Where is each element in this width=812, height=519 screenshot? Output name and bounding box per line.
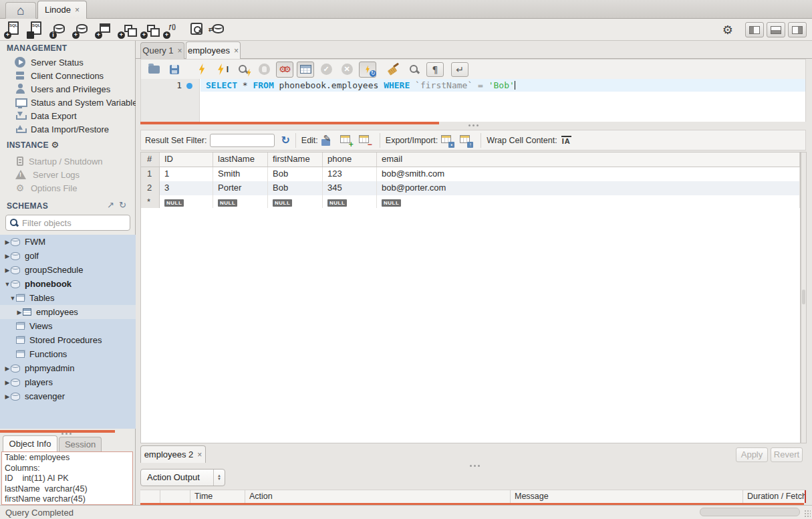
- sidebar-item-data-import[interactable]: Data Import/Restore: [0, 122, 136, 136]
- tree-item-table-employees[interactable]: ▶ employees: [0, 305, 136, 319]
- action-output-column[interactable]: Duration / Fetch: [743, 490, 806, 503]
- grid-cell[interactable]: NULL: [268, 195, 323, 208]
- grid-cell[interactable]: NULL: [160, 195, 213, 208]
- execute-query-button[interactable]: [193, 62, 211, 78]
- search-data-button[interactable]: [186, 21, 206, 38]
- connection-tab-linode[interactable]: Linode×: [37, 1, 87, 19]
- grid-cell[interactable]: 123: [323, 167, 377, 181]
- grid-cell[interactable]: Porter: [213, 181, 268, 195]
- edit-cell-button[interactable]: ✎: [320, 134, 335, 146]
- commit-button[interactable]: ✓: [317, 62, 335, 78]
- tree-item-schema[interactable]: ▶ FWM: [0, 235, 136, 249]
- grid-cell[interactable]: Bob: [268, 167, 323, 181]
- sidebar-splitter[interactable]: [0, 430, 115, 433]
- tree-item-schema[interactable]: ▶ phpmyadmin: [0, 361, 136, 375]
- grid-row[interactable]: 1 1 Smith Bob 123 bob@smith.com: [141, 167, 800, 181]
- db-inspector-button[interactable]: i: [49, 21, 70, 38]
- limit-rows-button[interactable]: [297, 62, 314, 78]
- sidebar-item-users-privileges[interactable]: Users and Privileges: [0, 82, 136, 96]
- chevron-right-icon[interactable]: ▶: [4, 239, 11, 245]
- chevron-right-icon[interactable]: ▶: [4, 365, 11, 372]
- create-function-button[interactable]: ƒ()+: [163, 21, 183, 38]
- wrap-cell-content-toggle[interactable]: IA: [561, 136, 571, 145]
- expand-schemas-icon[interactable]: ↗: [107, 200, 114, 210]
- grid-cell[interactable]: bob@porter.com: [377, 181, 800, 195]
- new-sql-tab-button[interactable]: SQL+: [4, 21, 24, 38]
- sidebar-item-data-export[interactable]: Data Export: [0, 109, 136, 122]
- sidebar-item-system-variables[interactable]: Status and System Variables: [0, 96, 136, 109]
- toggle-right-panel-button[interactable]: [788, 22, 807, 37]
- stop-query-button[interactable]: [255, 62, 273, 78]
- rollback-button[interactable]: ✕: [338, 62, 356, 78]
- create-schema-button[interactable]: +: [72, 21, 92, 38]
- grid-cell[interactable]: NULL: [377, 195, 800, 208]
- chevron-right-icon[interactable]: ▶: [4, 267, 11, 274]
- beautify-script-button[interactable]: [385, 62, 402, 78]
- execute-current-statement-button[interactable]: I: [214, 62, 231, 78]
- spinner-arrows-icon[interactable]: ▲▼: [213, 470, 225, 486]
- schema-filter-input[interactable]: [22, 218, 122, 228]
- grid-header-cell[interactable]: #: [141, 152, 160, 167]
- grid-header-cell[interactable]: phone: [323, 152, 377, 167]
- tab-employees[interactable]: employees×: [186, 41, 241, 59]
- preferences-gear-icon[interactable]: ⚙: [722, 23, 733, 37]
- action-output-column[interactable]: Message: [511, 490, 743, 503]
- toggle-left-panel-button[interactable]: [745, 22, 764, 37]
- tab-session[interactable]: Session: [59, 437, 102, 452]
- chevron-down-icon[interactable]: ▼: [4, 281, 11, 288]
- grid-header-cell[interactable]: ID: [160, 152, 213, 167]
- grid-cell[interactable]: 345: [323, 181, 377, 195]
- insert-row-button[interactable]: +: [339, 134, 354, 146]
- sidebar-item-startup-shutdown[interactable]: Startup / Shutdown: [0, 154, 136, 168]
- grid-cell[interactable]: NULL: [323, 195, 377, 208]
- sidebar-item-client-connections[interactable]: Client Connections: [0, 69, 136, 82]
- grid-placeholder-row[interactable]: * NULL NULL NULL NULL NULL: [141, 195, 800, 208]
- tree-item-schema-phonebook[interactable]: ▼ phonebook: [0, 277, 136, 291]
- editor-result-splitter[interactable]: [140, 122, 439, 124]
- grid-header-cell[interactable]: lastName: [213, 152, 268, 167]
- sql-editor[interactable]: 1 SELECT * FROM phonebook.employees WHER…: [140, 79, 806, 122]
- grid-vertical-scrollbar[interactable]: [801, 152, 807, 443]
- chevron-right-icon[interactable]: ▶: [4, 253, 11, 260]
- action-output-column[interactable]: Time: [190, 490, 245, 503]
- create-table-button[interactable]: +: [95, 21, 115, 38]
- grid-cell[interactable]: NULL: [213, 195, 268, 208]
- grid-row[interactable]: 2 3 Porter Bob 345 bob@porter.com: [141, 181, 800, 195]
- grid-header-cell[interactable]: email: [377, 152, 800, 167]
- close-icon[interactable]: ×: [197, 450, 202, 459]
- result-set-filter-input[interactable]: [210, 134, 275, 147]
- tree-item-tables-folder[interactable]: ▼ Tables: [0, 291, 136, 305]
- tree-item-stored-procedures-folder[interactable]: Stored Procedures: [0, 333, 136, 347]
- tab-query-1[interactable]: Query 1×: [140, 42, 184, 59]
- tree-item-schema[interactable]: ▶ players: [0, 375, 136, 389]
- splitter-grip[interactable]: [61, 433, 72, 435]
- tree-item-schema[interactable]: ▶ golf: [0, 249, 136, 263]
- action-output-column[interactable]: Action: [245, 490, 511, 503]
- action-output-selector[interactable]: Action Output ▲▼: [140, 469, 225, 486]
- toggle-word-wrap-button[interactable]: ↵: [451, 62, 468, 77]
- scrollbar-thumb[interactable]: [802, 290, 805, 304]
- splitter-grip[interactable]: [468, 124, 479, 126]
- reconnect-dbms-button[interactable]: ⇄: [209, 21, 229, 38]
- save-script-button[interactable]: [166, 62, 183, 78]
- grid-cell[interactable]: 3: [160, 181, 213, 195]
- export-recordset-button[interactable]: ▪: [440, 134, 454, 146]
- chevron-right-icon[interactable]: ▶: [4, 379, 11, 386]
- chevron-right-icon[interactable]: ▶: [4, 393, 11, 400]
- grid-cell[interactable]: Bob: [268, 181, 323, 195]
- grid-cell[interactable]: 1: [160, 167, 213, 181]
- create-routine-button[interactable]: +: [140, 21, 160, 38]
- grid-header-cell[interactable]: firstName: [268, 152, 323, 167]
- open-script-button[interactable]: [145, 62, 162, 78]
- toggle-invisible-characters-button[interactable]: ¶: [426, 62, 444, 77]
- create-view-button[interactable]: +: [118, 21, 138, 38]
- tree-item-views-folder[interactable]: Views: [0, 319, 136, 333]
- chevron-right-icon[interactable]: ▶: [16, 309, 23, 316]
- toggle-bottom-panel-button[interactable]: [767, 22, 785, 37]
- close-icon[interactable]: ×: [234, 46, 239, 56]
- tree-item-schema[interactable]: ▶ groupSchedule: [0, 263, 136, 277]
- home-tab[interactable]: ⌂: [5, 2, 36, 19]
- import-records-button[interactable]: ↑: [458, 134, 473, 146]
- refresh-icon[interactable]: ↻: [281, 134, 289, 146]
- tree-item-schema[interactable]: ▶ scavenger: [0, 389, 136, 403]
